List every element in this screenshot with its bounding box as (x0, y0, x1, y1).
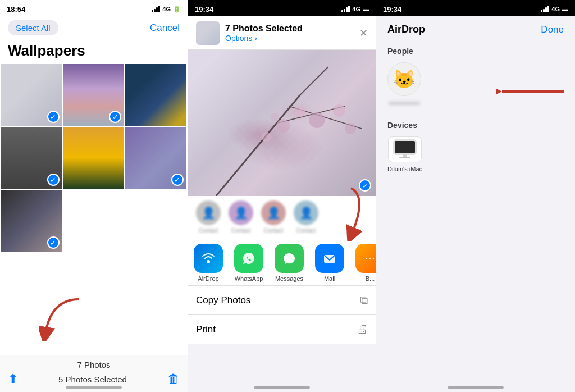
check-badge-1: ✓ (47, 111, 60, 123)
selected-count: 5 Photos Selected (58, 375, 127, 384)
copy-photos-label: Copy Photos (196, 295, 250, 306)
people-section: People 🐱 xxxxxxxxxx (376, 41, 575, 115)
panel-share: 19:34 4G ▬ 7 Photos Selected Options › ✕ (188, 0, 376, 392)
delete-icon[interactable]: 🗑 (167, 372, 180, 386)
time-1: 18:54 (7, 5, 25, 13)
status-bar-2: 19:34 4G ▬ (188, 0, 376, 16)
avatar-3: 👤 (261, 200, 286, 225)
mail-label: Mail (324, 275, 335, 282)
svg-rect-16 (399, 157, 410, 158)
whatsapp-icon (234, 244, 263, 273)
messages-icon (275, 244, 304, 273)
main-photo-display: ✓ (188, 50, 376, 196)
home-indicator-3 (448, 386, 504, 389)
devices-grid: Dilum's iMac (387, 136, 564, 181)
svg-rect-15 (403, 154, 407, 157)
person-name-1: xxxxxxxxxx (389, 99, 420, 106)
app-messages[interactable]: Messages (275, 244, 304, 282)
battery-1: 🔋 (173, 6, 181, 13)
contact-name-4: Contact (296, 227, 316, 234)
mail-icon (315, 244, 344, 273)
print-label: Print (196, 324, 216, 335)
person-avatar-1: 🐱 (387, 62, 421, 96)
app-more[interactable]: ··· B... (355, 244, 376, 282)
status-icons-1: 4G 🔋 (152, 6, 181, 13)
app-airdrop[interactable]: AirDrop (194, 244, 223, 282)
bottom-actions: ⬆ 5 Photos Selected 🗑 (8, 372, 180, 386)
photo-cell-2[interactable]: ✓ (63, 64, 125, 126)
status-bar-1: 18:54 4G 🔋 (0, 0, 188, 16)
check-badge-4: ✓ (47, 174, 60, 186)
app-mail[interactable]: Mail (315, 244, 344, 282)
photo-cell-4[interactable]: ✓ (1, 127, 62, 189)
print-action[interactable]: Print 🖨 (188, 315, 376, 344)
whatsapp-label: WhatsApp (235, 275, 263, 282)
contact-3[interactable]: 👤 Contact (261, 200, 286, 234)
messages-label: Messages (275, 275, 303, 282)
device-name-1: Dilum's iMac (387, 166, 422, 172)
photo-grid: ✓ ✓ ✓ ✓ ✓ (0, 64, 188, 252)
check-badge-2: ✓ (109, 111, 121, 123)
close-button[interactable]: ✕ (359, 27, 368, 39)
airdrop-label: AirDrop (198, 275, 218, 282)
battery-2: ▬ (363, 6, 369, 12)
copy-icon: ⧉ (360, 294, 368, 307)
contact-2[interactable]: 👤 Contact (229, 200, 253, 234)
network-3: 4G (551, 6, 560, 12)
airdrop-icon (194, 244, 223, 273)
network-1: 4G (162, 6, 171, 12)
contact-name-3: Contact (264, 227, 283, 234)
time-2: 19:34 (195, 5, 213, 13)
select-all-button[interactable]: Select All (8, 20, 58, 35)
battery-3: ▬ (562, 6, 568, 12)
people-label: People (387, 47, 564, 56)
share-icon[interactable]: ⬆ (8, 372, 18, 386)
home-indicator-2 (254, 386, 310, 389)
arrow-1 (39, 297, 84, 341)
photo-cell-3[interactable] (125, 64, 186, 126)
arrow-2 (323, 185, 373, 241)
contact-4[interactable]: 👤 Contact (294, 200, 318, 234)
contact-name-1: Contact (199, 227, 218, 234)
more-label: B... (366, 275, 375, 282)
status-icons-2: 4G ▬ (341, 6, 369, 12)
photo-cell-5[interactable] (63, 127, 125, 189)
svg-rect-14 (395, 141, 415, 153)
imac-icon (388, 136, 422, 162)
svg-point-11 (207, 260, 210, 263)
panel-airdrop: 19:34 4G ▬ AirDrop Done People 🐱 xxxxxxx… (376, 0, 575, 392)
contact-name-2: Contact (231, 227, 250, 234)
home-indicator-1 (66, 386, 122, 389)
share-info: 7 Photos Selected Options › (225, 24, 354, 43)
devices-label: Devices (387, 121, 564, 130)
print-icon: 🖨 (357, 323, 368, 336)
status-bar-3: 19:34 4G ▬ (376, 0, 575, 16)
done-button[interactable]: Done (541, 24, 564, 35)
photo-overlay: ✓ (188, 50, 376, 196)
check-badge-7: ✓ (47, 236, 60, 249)
arrow-3 (496, 83, 569, 100)
status-icons-3: 4G ▬ (541, 6, 568, 12)
app-whatsapp[interactable]: WhatsApp (234, 244, 263, 282)
more-icon: ··· (355, 244, 376, 273)
share-header: 7 Photos Selected Options › ✕ (188, 16, 376, 50)
panel-photos: 18:54 4G 🔋 Select All Cancel Wallpapers … (0, 0, 188, 392)
section-title: Wallpapers (0, 40, 188, 64)
photo-cell-1[interactable]: ✓ (1, 64, 62, 126)
photo-cell-6[interactable]: ✓ (125, 127, 186, 189)
apps-row: AirDrop WhatsApp Messages (188, 238, 376, 286)
copy-photos-action[interactable]: Copy Photos ⧉ (188, 286, 376, 315)
avatar-4: 👤 (294, 200, 318, 225)
time-3: 19:34 (383, 5, 401, 13)
share-options[interactable]: Options › (225, 34, 354, 43)
photo-cell-7[interactable]: ✓ (1, 190, 62, 252)
devices-section: Devices Dilum's iMac (376, 115, 575, 181)
device-item-1[interactable]: Dilum's iMac (387, 136, 422, 172)
person-item-1[interactable]: 🐱 xxxxxxxxxx (387, 62, 421, 106)
avatar-2: 👤 (229, 200, 253, 225)
photos-count: 7 Photos (8, 360, 180, 370)
cancel-button[interactable]: Cancel (150, 22, 180, 34)
contact-1[interactable]: 👤 Contact (196, 200, 221, 234)
airdrop-title: AirDrop (387, 24, 425, 35)
share-title: 7 Photos Selected (225, 24, 354, 34)
